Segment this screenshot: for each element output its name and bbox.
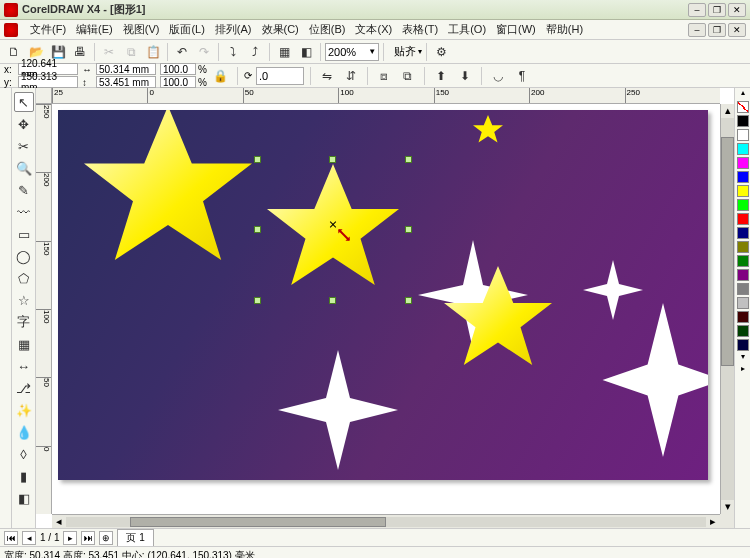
doc-maximize-button[interactable]: ❐: [708, 23, 726, 37]
ruler-horizontal[interactable]: 25050100150200250: [52, 88, 720, 104]
paste-button[interactable]: 📋: [143, 42, 163, 62]
next-page-button[interactable]: ▸: [63, 531, 77, 545]
tool-text[interactable]: 字: [14, 312, 34, 332]
swatch[interactable]: [737, 143, 749, 155]
page-tab[interactable]: 页 1: [117, 529, 153, 546]
ruler-vertical[interactable]: 250200150100500: [36, 104, 52, 514]
menu-arrange[interactable]: 排列(A): [211, 20, 256, 39]
menu-window[interactable]: 窗口(W): [492, 20, 540, 39]
tool-smart[interactable]: 〰: [14, 202, 34, 222]
scrollbar-horizontal[interactable]: ◂ ▸: [52, 514, 720, 528]
mirror-h-button[interactable]: ⇋: [317, 66, 337, 86]
first-page-button[interactable]: ⏮: [4, 531, 18, 545]
tool-eyedrop[interactable]: 💧: [14, 422, 34, 442]
undo-button[interactable]: ↶: [172, 42, 192, 62]
width-input[interactable]: 50.314 mm: [96, 63, 156, 75]
selection-handles[interactable]: [258, 160, 408, 300]
ungroup-all-button[interactable]: ⧉: [398, 66, 418, 86]
tool-connector[interactable]: ⎇: [14, 378, 34, 398]
prev-page-button[interactable]: ◂: [22, 531, 36, 545]
status-bar: 宽度: 50.314 高度: 53.451 中心: (120.641, 150.…: [0, 546, 750, 558]
swatch[interactable]: [737, 199, 749, 211]
swatch[interactable]: [737, 325, 749, 337]
tool-effects[interactable]: ✨: [14, 400, 34, 420]
close-button[interactable]: ✕: [728, 3, 746, 17]
tool-table[interactable]: ▦: [14, 334, 34, 354]
doc-close-button[interactable]: ✕: [728, 23, 746, 37]
menu-view[interactable]: 视图(V): [119, 20, 164, 39]
swatch-none[interactable]: [737, 101, 749, 113]
tool-ellipse[interactable]: ◯: [14, 246, 34, 266]
menu-file[interactable]: 文件(F): [26, 20, 70, 39]
swatch[interactable]: [737, 185, 749, 197]
menu-help[interactable]: 帮助(H): [542, 20, 587, 39]
rotation-input[interactable]: .0: [256, 67, 304, 85]
swatch[interactable]: [737, 339, 749, 351]
menu-edit[interactable]: 编辑(E): [72, 20, 117, 39]
height-input[interactable]: 53.451 mm: [96, 76, 156, 88]
swatch[interactable]: [737, 241, 749, 253]
redo-button[interactable]: ↷: [194, 42, 214, 62]
app-launcher-button[interactable]: ▦: [274, 42, 294, 62]
swatch[interactable]: [737, 283, 749, 295]
copy-button[interactable]: ⧉: [121, 42, 141, 62]
scrollbar-vertical[interactable]: ▴ ▾: [720, 104, 734, 514]
swatch[interactable]: [737, 255, 749, 267]
swatch[interactable]: [737, 171, 749, 183]
export-button[interactable]: ⤴: [245, 42, 265, 62]
palette-expand-button[interactable]: ▸: [735, 364, 750, 376]
palette-up-button[interactable]: ▴: [735, 88, 750, 100]
tool-shape[interactable]: ✥: [14, 114, 34, 134]
swatch[interactable]: [737, 213, 749, 225]
palette-down-button[interactable]: ▾: [735, 352, 750, 364]
minimize-button[interactable]: –: [688, 3, 706, 17]
menu-effects[interactable]: 效果(C): [258, 20, 303, 39]
mirror-v-button[interactable]: ⇵: [341, 66, 361, 86]
to-front-button[interactable]: ⬆: [431, 66, 451, 86]
ruler-origin[interactable]: [36, 88, 52, 104]
import-button[interactable]: ⤵: [223, 42, 243, 62]
swatch[interactable]: [737, 311, 749, 323]
menu-layout[interactable]: 版面(L): [165, 20, 208, 39]
to-back-button[interactable]: ⬇: [455, 66, 475, 86]
tool-outline[interactable]: ◊: [14, 444, 34, 464]
menu-table[interactable]: 表格(T): [398, 20, 442, 39]
last-page-button[interactable]: ⏭: [81, 531, 95, 545]
scaley-input[interactable]: 100.0: [160, 76, 196, 88]
page-background[interactable]: [58, 110, 708, 480]
tool-shapes[interactable]: ☆: [14, 290, 34, 310]
tool-rect[interactable]: ▭: [14, 224, 34, 244]
menu-bitmap[interactable]: 位图(B): [305, 20, 350, 39]
menu-text[interactable]: 文本(X): [351, 20, 396, 39]
scalex-input[interactable]: 100.0: [160, 63, 196, 75]
viewport[interactable]: [52, 104, 720, 514]
swatch[interactable]: [737, 115, 749, 127]
lock-ratio-button[interactable]: 🔒: [211, 66, 231, 86]
swatch[interactable]: [737, 227, 749, 239]
cut-button[interactable]: ✂: [99, 42, 119, 62]
convert-curves-button[interactable]: ◡: [488, 66, 508, 86]
tool-freehand[interactable]: ✎: [14, 180, 34, 200]
doc-minimize-button[interactable]: –: [688, 23, 706, 37]
add-page-button[interactable]: ⊕: [99, 531, 113, 545]
zoom-combo[interactable]: 200%▼: [325, 43, 379, 61]
swatch[interactable]: [737, 297, 749, 309]
ungroup-button[interactable]: ⧈: [374, 66, 394, 86]
tool-crop[interactable]: ✂: [14, 136, 34, 156]
swatch[interactable]: [737, 157, 749, 169]
tool-zoom[interactable]: 🔍: [14, 158, 34, 178]
tool-pick[interactable]: ↖: [14, 92, 34, 112]
swatch[interactable]: [737, 269, 749, 281]
tool-dimension[interactable]: ↔: [14, 356, 34, 376]
tool-ifill[interactable]: ◧: [14, 488, 34, 508]
swatch[interactable]: [737, 129, 749, 141]
welcome-button[interactable]: ◧: [296, 42, 316, 62]
tool-fill[interactable]: ▮: [14, 466, 34, 486]
y-input[interactable]: 150.313 mm: [18, 76, 78, 88]
options-button[interactable]: ⚙: [431, 42, 451, 62]
menu-tools[interactable]: 工具(O): [444, 20, 490, 39]
maximize-button[interactable]: ❐: [708, 3, 726, 17]
snap-dropdown[interactable]: 贴齐 ▾: [394, 44, 422, 59]
wrap-text-button[interactable]: ¶: [512, 66, 532, 86]
tool-polygon[interactable]: ⬠: [14, 268, 34, 288]
